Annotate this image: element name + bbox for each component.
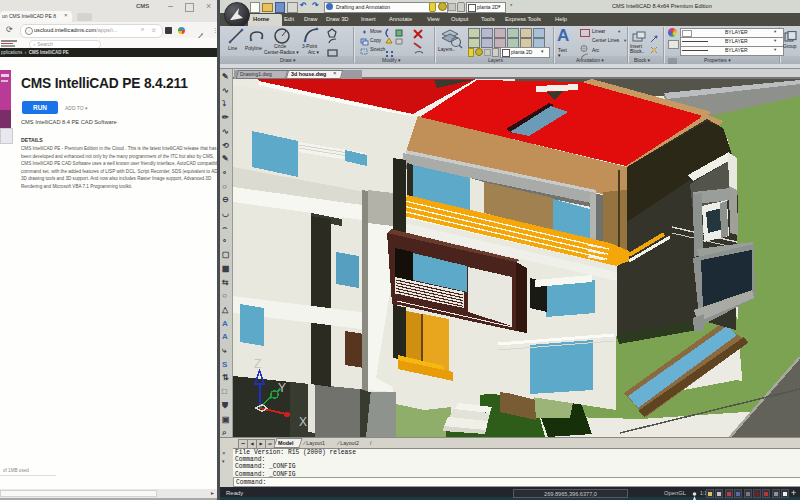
svg-text:Y: Y <box>278 381 286 395</box>
svg-text:X: X <box>299 415 307 429</box>
svg-text:Z: Z <box>254 357 261 371</box>
